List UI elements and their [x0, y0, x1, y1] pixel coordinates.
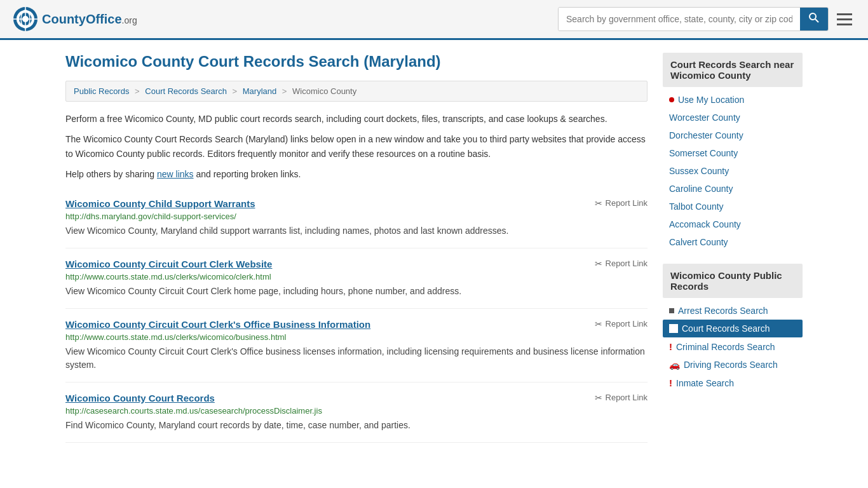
arrest-records-icon — [669, 308, 674, 313]
sidebar-item-court-records[interactable]: Court Records Search — [663, 320, 803, 337]
page-title: Wicomico County Court Records Search (Ma… — [65, 53, 648, 71]
sidebar-label-criminal: Criminal Records Search — [676, 342, 775, 352]
menu-line-3 — [837, 24, 852, 25]
new-links-link[interactable]: new links — [157, 169, 194, 179]
report-link-2[interactable]: ✂ Report Link — [595, 259, 648, 269]
driving-records-icon: 🚗 — [669, 360, 680, 370]
sidebar-item-criminal-records[interactable]: ! Criminal Records Search — [663, 337, 803, 356]
court-records-icon — [669, 324, 678, 333]
sidebar-item-talbot[interactable]: Talbot County — [663, 198, 803, 215]
breadcrumb-maryland[interactable]: Maryland — [243, 86, 276, 96]
sidebar-section-nearby: Court Records Search near Wicomico Count… — [663, 53, 803, 251]
result-desc-3: View Wicomico County Circuit Court Clerk… — [65, 345, 648, 372]
report-icon-1: ✂ — [595, 198, 602, 208]
sidebar-item-somerset[interactable]: Somerset County — [663, 144, 803, 162]
sidebar-label-arrest: Arrest Records Search — [678, 306, 768, 316]
sidebar-label-calvert: Calvert County — [669, 237, 728, 247]
result-item: Wicomico County Child Support Warrants ✂… — [65, 188, 648, 248]
sidebar-label-somerset: Somerset County — [669, 148, 738, 158]
sidebar-label-driving: Driving Records Search — [684, 360, 778, 370]
sidebar-item-use-my-location[interactable]: Use My Location — [663, 91, 803, 109]
sidebar-item-caroline[interactable]: Caroline County — [663, 180, 803, 198]
search-button[interactable] — [800, 8, 828, 30]
svg-line-8 — [815, 19, 818, 22]
logo-text: CountyOffice — [42, 12, 122, 27]
description-para3-suffix: and reporting broken links. — [194, 169, 301, 179]
sidebar-section2-title: Wicomico County Public Records — [663, 264, 803, 298]
sidebar-section-records: Wicomico County Public Records Arrest Re… — [663, 264, 803, 392]
sidebar-item-arrest-records[interactable]: Arrest Records Search — [663, 302, 803, 320]
svg-point-7 — [810, 13, 816, 20]
search-input[interactable] — [559, 8, 800, 30]
sidebar: Court Records Search near Wicomico Count… — [663, 53, 803, 443]
location-dot-icon — [669, 97, 674, 102]
result-title-3[interactable]: Wicomico County Circuit Court Clerk's Of… — [65, 319, 370, 330]
result-desc-4: Find Wicomico County, Maryland court rec… — [65, 419, 648, 432]
sidebar-item-accomack[interactable]: Accomack County — [663, 215, 803, 233]
report-label-4: Report Link — [606, 393, 648, 402]
result-desc-1: View Wicomico County, Maryland child sup… — [65, 224, 648, 238]
result-item: Wicomico County Court Records ✂ Report L… — [65, 383, 648, 443]
sidebar-label-talbot: Talbot County — [669, 201, 724, 212]
report-link-4[interactable]: ✂ Report Link — [595, 393, 648, 403]
sidebar-label-caroline: Caroline County — [669, 184, 733, 194]
report-icon-2: ✂ — [595, 259, 602, 269]
result-url-1[interactable]: http://dhs.maryland.gov/child-support-se… — [65, 212, 648, 221]
results-list: Wicomico County Child Support Warrants ✂… — [65, 188, 648, 443]
logo-icon — [13, 6, 38, 32]
result-item: Wicomico County Circuit Court Clerk's Of… — [65, 309, 648, 383]
breadcrumb-court-records[interactable]: Court Records Search — [145, 86, 227, 96]
report-label-2: Report Link — [606, 259, 648, 268]
sidebar-label-court: Court Records Search — [682, 323, 770, 334]
sidebar-item-worcester[interactable]: Worcester County — [663, 109, 803, 126]
sidebar-item-dorchester[interactable]: Dorchester County — [663, 126, 803, 144]
sidebar-section1-title: Court Records Search near Wicomico Count… — [663, 53, 803, 87]
search-area — [558, 7, 855, 31]
sidebar-label-sussex: Sussex County — [669, 166, 729, 176]
header: CountyOffice .org — [0, 0, 868, 40]
result-item: Wicomico County Circuit Court Clerk Webs… — [65, 248, 648, 309]
result-title-2[interactable]: Wicomico County Circuit Court Clerk Webs… — [65, 259, 272, 269]
result-title-1[interactable]: Wicomico County Child Support Warrants — [65, 198, 255, 209]
result-url-2[interactable]: http://www.courts.state.md.us/clerks/wic… — [65, 272, 648, 281]
menu-button[interactable] — [834, 10, 855, 29]
result-title-4[interactable]: Wicomico County Court Records — [65, 393, 215, 403]
sidebar-label-dorchester: Dorchester County — [669, 130, 743, 140]
report-label-1: Report Link — [606, 198, 648, 208]
report-label-3: Report Link — [606, 319, 648, 329]
criminal-records-icon: ! — [669, 341, 672, 352]
sidebar-label-inmate: Inmate Search — [676, 378, 734, 388]
result-url-4[interactable]: http://casesearch.courts.state.md.us/cas… — [65, 406, 648, 416]
main-container: Wicomico County Court Records Search (Ma… — [53, 40, 815, 456]
report-icon-3: ✂ — [595, 319, 602, 329]
breadcrumb-public-records[interactable]: Public Records — [74, 86, 129, 96]
result-desc-2: View Wicomico County Circuit Court Clerk… — [65, 285, 648, 298]
description-para1: Perform a free Wicomico County, MD publi… — [65, 112, 648, 126]
breadcrumb-wicomico: Wicomico County — [292, 86, 356, 96]
description-para2: The Wicomico County Court Records Search… — [65, 132, 648, 161]
inmate-search-icon: ! — [669, 377, 672, 388]
sidebar-item-inmate-search[interactable]: ! Inmate Search — [663, 374, 803, 392]
sidebar-label-worcester: Worcester County — [669, 112, 740, 123]
menu-line-2 — [837, 18, 852, 20]
result-url-3[interactable]: http://www.courts.state.md.us/clerks/wic… — [65, 332, 648, 342]
logo[interactable]: CountyOffice .org — [13, 6, 137, 32]
report-icon-4: ✂ — [595, 393, 602, 403]
sidebar-item-calvert[interactable]: Calvert County — [663, 233, 803, 251]
description-para3: Help others by sharing new links and rep… — [65, 167, 648, 181]
sidebar-item-sussex[interactable]: Sussex County — [663, 162, 803, 180]
breadcrumb: Public Records > Court Records Search > … — [65, 81, 648, 102]
sidebar-label-accomack: Accomack County — [669, 219, 741, 229]
main-content: Wicomico County Court Records Search (Ma… — [65, 53, 648, 443]
report-link-3[interactable]: ✂ Report Link — [595, 319, 648, 329]
search-bar — [558, 7, 829, 31]
logo-suffix: .org — [122, 15, 137, 25]
sidebar-label-use-my-location: Use My Location — [678, 95, 744, 105]
sidebar-item-driving-records[interactable]: 🚗 Driving Records Search — [663, 356, 803, 374]
menu-line-1 — [837, 13, 852, 15]
report-link-1[interactable]: ✂ Report Link — [595, 198, 648, 208]
description-para3-prefix: Help others by sharing — [65, 169, 157, 179]
search-icon — [809, 13, 819, 23]
